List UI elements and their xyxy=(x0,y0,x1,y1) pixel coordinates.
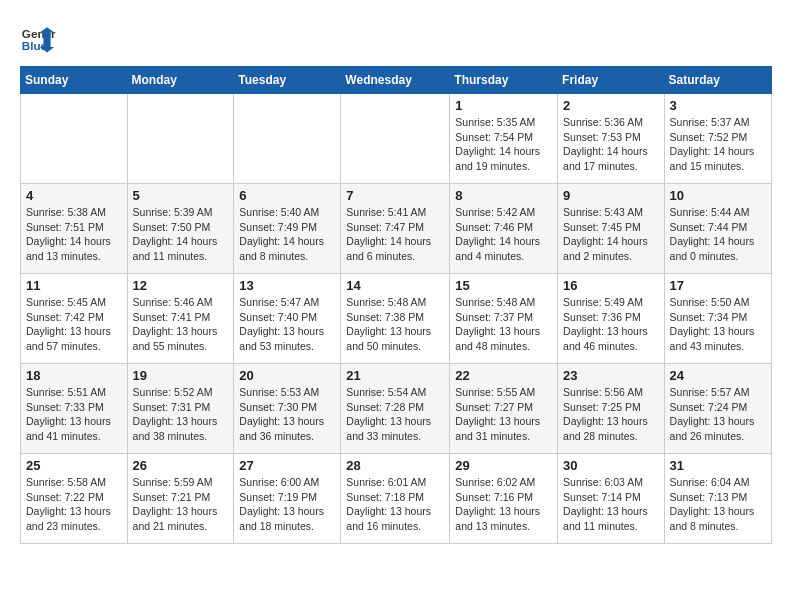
day-info: Sunrise: 5:35 AM Sunset: 7:54 PM Dayligh… xyxy=(455,115,552,174)
day-cell: 20Sunrise: 5:53 AM Sunset: 7:30 PM Dayli… xyxy=(234,364,341,454)
day-number: 19 xyxy=(133,368,229,383)
day-info: Sunrise: 5:40 AM Sunset: 7:49 PM Dayligh… xyxy=(239,205,335,264)
day-info: Sunrise: 6:01 AM Sunset: 7:18 PM Dayligh… xyxy=(346,475,444,534)
day-info: Sunrise: 6:04 AM Sunset: 7:13 PM Dayligh… xyxy=(670,475,766,534)
day-cell: 4Sunrise: 5:38 AM Sunset: 7:51 PM Daylig… xyxy=(21,184,128,274)
page-header: General Blue xyxy=(20,20,772,56)
logo-icon: General Blue xyxy=(20,20,56,56)
day-number: 11 xyxy=(26,278,122,293)
day-cell xyxy=(234,94,341,184)
day-number: 16 xyxy=(563,278,659,293)
day-info: Sunrise: 5:48 AM Sunset: 7:38 PM Dayligh… xyxy=(346,295,444,354)
day-cell: 16Sunrise: 5:49 AM Sunset: 7:36 PM Dayli… xyxy=(558,274,665,364)
header-cell-wednesday: Wednesday xyxy=(341,67,450,94)
day-cell: 13Sunrise: 5:47 AM Sunset: 7:40 PM Dayli… xyxy=(234,274,341,364)
day-number: 22 xyxy=(455,368,552,383)
day-number: 9 xyxy=(563,188,659,203)
day-cell xyxy=(21,94,128,184)
header-cell-saturday: Saturday xyxy=(664,67,771,94)
header-cell-monday: Monday xyxy=(127,67,234,94)
day-cell: 15Sunrise: 5:48 AM Sunset: 7:37 PM Dayli… xyxy=(450,274,558,364)
day-cell: 3Sunrise: 5:37 AM Sunset: 7:52 PM Daylig… xyxy=(664,94,771,184)
day-number: 29 xyxy=(455,458,552,473)
day-number: 4 xyxy=(26,188,122,203)
day-info: Sunrise: 5:36 AM Sunset: 7:53 PM Dayligh… xyxy=(563,115,659,174)
day-number: 31 xyxy=(670,458,766,473)
week-row-1: 1Sunrise: 5:35 AM Sunset: 7:54 PM Daylig… xyxy=(21,94,772,184)
day-number: 10 xyxy=(670,188,766,203)
day-info: Sunrise: 5:48 AM Sunset: 7:37 PM Dayligh… xyxy=(455,295,552,354)
day-number: 21 xyxy=(346,368,444,383)
day-info: Sunrise: 6:02 AM Sunset: 7:16 PM Dayligh… xyxy=(455,475,552,534)
day-cell: 30Sunrise: 6:03 AM Sunset: 7:14 PM Dayli… xyxy=(558,454,665,544)
day-cell: 9Sunrise: 5:43 AM Sunset: 7:45 PM Daylig… xyxy=(558,184,665,274)
day-cell: 27Sunrise: 6:00 AM Sunset: 7:19 PM Dayli… xyxy=(234,454,341,544)
day-number: 8 xyxy=(455,188,552,203)
day-cell: 14Sunrise: 5:48 AM Sunset: 7:38 PM Dayli… xyxy=(341,274,450,364)
day-number: 14 xyxy=(346,278,444,293)
day-cell: 21Sunrise: 5:54 AM Sunset: 7:28 PM Dayli… xyxy=(341,364,450,454)
day-cell: 28Sunrise: 6:01 AM Sunset: 7:18 PM Dayli… xyxy=(341,454,450,544)
day-info: Sunrise: 5:50 AM Sunset: 7:34 PM Dayligh… xyxy=(670,295,766,354)
day-cell: 6Sunrise: 5:40 AM Sunset: 7:49 PM Daylig… xyxy=(234,184,341,274)
day-info: Sunrise: 5:47 AM Sunset: 7:40 PM Dayligh… xyxy=(239,295,335,354)
day-number: 2 xyxy=(563,98,659,113)
day-info: Sunrise: 5:45 AM Sunset: 7:42 PM Dayligh… xyxy=(26,295,122,354)
day-number: 3 xyxy=(670,98,766,113)
day-cell: 5Sunrise: 5:39 AM Sunset: 7:50 PM Daylig… xyxy=(127,184,234,274)
week-row-4: 18Sunrise: 5:51 AM Sunset: 7:33 PM Dayli… xyxy=(21,364,772,454)
day-number: 24 xyxy=(670,368,766,383)
logo: General Blue xyxy=(20,20,56,56)
day-info: Sunrise: 5:46 AM Sunset: 7:41 PM Dayligh… xyxy=(133,295,229,354)
day-number: 7 xyxy=(346,188,444,203)
day-cell: 2Sunrise: 5:36 AM Sunset: 7:53 PM Daylig… xyxy=(558,94,665,184)
day-info: Sunrise: 5:41 AM Sunset: 7:47 PM Dayligh… xyxy=(346,205,444,264)
day-info: Sunrise: 5:57 AM Sunset: 7:24 PM Dayligh… xyxy=(670,385,766,444)
week-row-5: 25Sunrise: 5:58 AM Sunset: 7:22 PM Dayli… xyxy=(21,454,772,544)
day-number: 23 xyxy=(563,368,659,383)
header-cell-sunday: Sunday xyxy=(21,67,128,94)
day-number: 25 xyxy=(26,458,122,473)
day-number: 5 xyxy=(133,188,229,203)
day-info: Sunrise: 5:44 AM Sunset: 7:44 PM Dayligh… xyxy=(670,205,766,264)
day-number: 27 xyxy=(239,458,335,473)
header-cell-tuesday: Tuesday xyxy=(234,67,341,94)
day-cell: 22Sunrise: 5:55 AM Sunset: 7:27 PM Dayli… xyxy=(450,364,558,454)
day-cell: 19Sunrise: 5:52 AM Sunset: 7:31 PM Dayli… xyxy=(127,364,234,454)
day-info: Sunrise: 5:53 AM Sunset: 7:30 PM Dayligh… xyxy=(239,385,335,444)
day-cell: 23Sunrise: 5:56 AM Sunset: 7:25 PM Dayli… xyxy=(558,364,665,454)
day-number: 15 xyxy=(455,278,552,293)
day-cell: 24Sunrise: 5:57 AM Sunset: 7:24 PM Dayli… xyxy=(664,364,771,454)
day-cell: 29Sunrise: 6:02 AM Sunset: 7:16 PM Dayli… xyxy=(450,454,558,544)
day-cell xyxy=(341,94,450,184)
header-cell-thursday: Thursday xyxy=(450,67,558,94)
day-number: 17 xyxy=(670,278,766,293)
header-row: SundayMondayTuesdayWednesdayThursdayFrid… xyxy=(21,67,772,94)
day-info: Sunrise: 5:59 AM Sunset: 7:21 PM Dayligh… xyxy=(133,475,229,534)
week-row-2: 4Sunrise: 5:38 AM Sunset: 7:51 PM Daylig… xyxy=(21,184,772,274)
day-cell: 1Sunrise: 5:35 AM Sunset: 7:54 PM Daylig… xyxy=(450,94,558,184)
day-info: Sunrise: 5:49 AM Sunset: 7:36 PM Dayligh… xyxy=(563,295,659,354)
day-number: 6 xyxy=(239,188,335,203)
day-info: Sunrise: 5:43 AM Sunset: 7:45 PM Dayligh… xyxy=(563,205,659,264)
day-info: Sunrise: 5:42 AM Sunset: 7:46 PM Dayligh… xyxy=(455,205,552,264)
day-info: Sunrise: 5:38 AM Sunset: 7:51 PM Dayligh… xyxy=(26,205,122,264)
day-info: Sunrise: 5:39 AM Sunset: 7:50 PM Dayligh… xyxy=(133,205,229,264)
day-number: 20 xyxy=(239,368,335,383)
day-info: Sunrise: 5:56 AM Sunset: 7:25 PM Dayligh… xyxy=(563,385,659,444)
day-info: Sunrise: 5:55 AM Sunset: 7:27 PM Dayligh… xyxy=(455,385,552,444)
day-cell: 26Sunrise: 5:59 AM Sunset: 7:21 PM Dayli… xyxy=(127,454,234,544)
day-cell: 17Sunrise: 5:50 AM Sunset: 7:34 PM Dayli… xyxy=(664,274,771,364)
day-cell: 11Sunrise: 5:45 AM Sunset: 7:42 PM Dayli… xyxy=(21,274,128,364)
day-number: 26 xyxy=(133,458,229,473)
day-info: Sunrise: 5:54 AM Sunset: 7:28 PM Dayligh… xyxy=(346,385,444,444)
day-number: 13 xyxy=(239,278,335,293)
day-number: 30 xyxy=(563,458,659,473)
day-info: Sunrise: 5:52 AM Sunset: 7:31 PM Dayligh… xyxy=(133,385,229,444)
day-info: Sunrise: 5:37 AM Sunset: 7:52 PM Dayligh… xyxy=(670,115,766,174)
day-number: 18 xyxy=(26,368,122,383)
day-cell: 12Sunrise: 5:46 AM Sunset: 7:41 PM Dayli… xyxy=(127,274,234,364)
day-info: Sunrise: 6:03 AM Sunset: 7:14 PM Dayligh… xyxy=(563,475,659,534)
week-row-3: 11Sunrise: 5:45 AM Sunset: 7:42 PM Dayli… xyxy=(21,274,772,364)
day-cell: 7Sunrise: 5:41 AM Sunset: 7:47 PM Daylig… xyxy=(341,184,450,274)
